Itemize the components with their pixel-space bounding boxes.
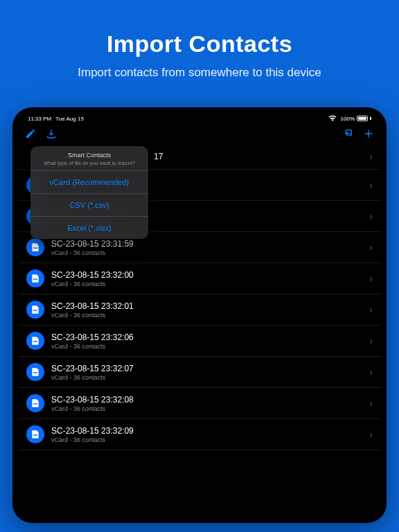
battery-percent: 100% (341, 116, 355, 122)
row-subtitle: vCard - 36 contacts (51, 436, 362, 443)
promo-subtitle: Import contacts from somewhere to this d… (78, 66, 321, 80)
status-bar: 11:33 PM Tue Aug 15 100% (18, 113, 381, 124)
row-subtitle: vCard - 36 contacts (51, 343, 362, 350)
list-item[interactable]: VCFSC-23-08-15 23:32:00vCard - 36 contac… (18, 263, 381, 294)
svg-text:VCF: VCF (34, 278, 37, 279)
popover-option-excel[interactable]: Excel (*.xlsx) (30, 216, 148, 239)
import-icon[interactable] (46, 128, 57, 139)
row-subtitle: vCard - 36 contacts (51, 249, 362, 256)
vcf-file-icon: VCF (26, 238, 44, 256)
vcf-file-icon: VCF (26, 363, 44, 381)
chevron-right-icon: › (369, 273, 373, 284)
import-popover: Smart Contacts What type of file do you … (30, 146, 148, 239)
chevron-right-icon: › (369, 211, 373, 222)
popover-title: Smart Contacts (37, 152, 141, 159)
chevron-right-icon: › (369, 398, 373, 409)
row-title: SC-23-08-15 23:31:59 (51, 239, 362, 249)
popover-option-csv[interactable]: CSV (*.csv) (30, 193, 148, 216)
row-title: SC-23-08-15 23:32:09 (51, 426, 362, 436)
row-title: 17 (154, 152, 362, 161)
list-item[interactable]: VCFSC-23-08-15 23:32:07vCard - 36 contac… (18, 357, 381, 388)
vcf-file-icon: VCF (26, 394, 44, 412)
row-title: SC-23-08-15 23:32:00 (51, 270, 362, 280)
promo-screen: Import Contacts Import contacts from som… (0, 0, 399, 532)
row-title: SC-23-08-15 23:32:06 (51, 332, 362, 342)
nav-bar (18, 124, 381, 143)
vcf-file-icon: VCF (26, 332, 44, 350)
row-title: SC-23-08-15 23:32:08 (51, 395, 362, 405)
list-item[interactable]: VCFSC-23-08-15 23:32:09vCard - 36 contac… (18, 419, 381, 450)
popover-option-vcard[interactable]: vCard (Recommended) (30, 170, 148, 193)
vcf-file-icon: VCF (26, 269, 44, 287)
row-title: SC-23-08-15 23:32:07 (51, 364, 362, 373)
list-item[interactable]: VCFSC-23-08-15 23:32:06vCard - 36 contac… (18, 326, 381, 357)
row-subtitle: vCard - 36 contacts (51, 405, 362, 412)
chevron-right-icon: › (369, 304, 373, 315)
edit-icon[interactable] (25, 128, 36, 139)
svg-text:VCF: VCF (34, 340, 37, 342)
popover-subtitle: What type of file do you want to import? (37, 160, 141, 166)
share-icon[interactable] (342, 128, 353, 139)
vcf-file-icon: VCF (26, 301, 44, 319)
list-item[interactable]: VCFSC-23-08-15 23:32:08vCard - 36 contac… (18, 388, 381, 419)
row-subtitle: vCard - 36 contacts (51, 281, 362, 287)
wifi-icon (328, 115, 337, 123)
status-time: 11:33 PM (28, 116, 51, 122)
svg-text:VCF: VCF (34, 309, 37, 310)
add-icon[interactable] (363, 128, 374, 139)
chevron-right-icon: › (369, 366, 373, 378)
chevron-right-icon: › (369, 151, 373, 162)
chevron-right-icon: › (369, 429, 373, 440)
svg-text:VCF: VCF (34, 402, 37, 404)
row-title: SC-23-08-15 23:32:01 (51, 301, 362, 311)
list-item[interactable]: VCFSC-23-08-15 23:32:01vCard - 36 contac… (18, 294, 381, 326)
promo-title: Import Contacts (107, 30, 292, 57)
svg-text:VCF: VCF (34, 371, 37, 373)
svg-text:VCF: VCF (34, 434, 37, 435)
row-subtitle: vCard - 36 contacts (51, 312, 362, 319)
chevron-right-icon: › (369, 179, 373, 190)
battery-icon: 100% (341, 116, 371, 122)
status-date: Tue Aug 15 (55, 116, 84, 122)
chevron-right-icon: › (369, 335, 373, 346)
row-subtitle: vCard - 36 contacts (51, 374, 362, 381)
device-screen: 11:33 PM Tue Aug 15 100% (18, 113, 381, 517)
device-frame: 11:33 PM Tue Aug 15 100% (12, 107, 387, 523)
vcf-file-icon: VCF (26, 425, 44, 443)
chevron-right-icon: › (369, 242, 373, 253)
svg-text:VCF: VCF (34, 247, 37, 248)
